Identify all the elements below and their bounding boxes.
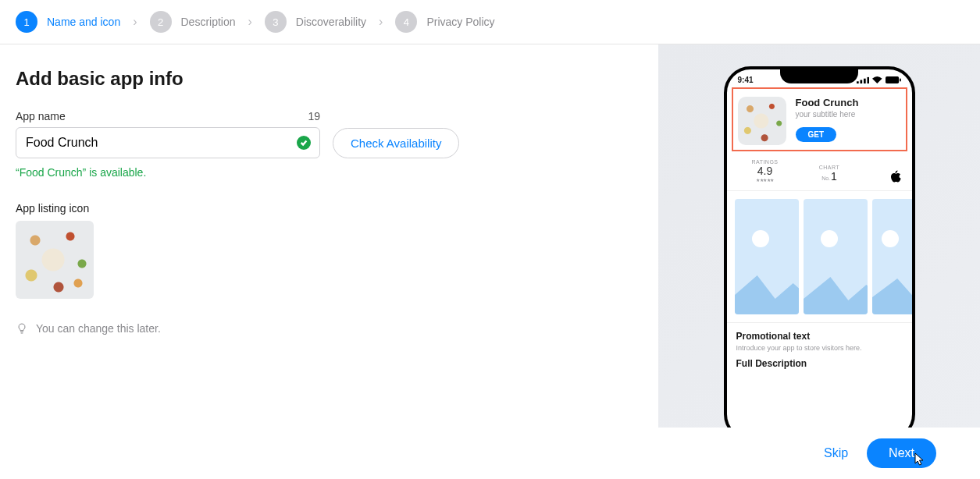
chevron-right-icon: › bbox=[379, 15, 383, 29]
step-label: Description bbox=[181, 16, 236, 28]
step-number: 1 bbox=[16, 11, 37, 33]
chart-no-value: 1 bbox=[831, 170, 837, 183]
app-name-input[interactable] bbox=[16, 127, 320, 158]
step-number: 4 bbox=[395, 11, 417, 33]
app-name-label: App name bbox=[16, 110, 66, 122]
screenshot-placeholder bbox=[804, 199, 868, 314]
svg-rect-0 bbox=[857, 81, 859, 83]
step-3[interactable]: 3 Discoverability bbox=[265, 11, 366, 33]
hint: You can change this later. bbox=[16, 322, 643, 335]
listing-subtitle: your subtitle here bbox=[796, 110, 901, 119]
signal-icon bbox=[857, 76, 869, 83]
skip-button[interactable]: Skip bbox=[824, 446, 848, 460]
promo-text: Introduce your app to store visitors her… bbox=[736, 344, 903, 352]
svg-rect-2 bbox=[864, 79, 866, 83]
next-button[interactable]: Next bbox=[867, 438, 936, 468]
check-availability-button[interactable]: Check Availability bbox=[333, 128, 459, 158]
step-label: Discoverability bbox=[296, 16, 366, 28]
chevron-right-icon: › bbox=[248, 15, 252, 29]
stats-row: RATINGS 4.9 ★★★★★ CHART No. 1 bbox=[727, 151, 912, 191]
ratings-label: RATINGS bbox=[738, 159, 793, 165]
step-number: 2 bbox=[150, 11, 172, 33]
promo-title: Promotional text bbox=[736, 331, 903, 342]
listing-icon bbox=[738, 97, 786, 145]
lightbulb-icon bbox=[16, 322, 28, 335]
screenshot-gallery bbox=[727, 191, 912, 323]
status-time: 9:41 bbox=[738, 76, 754, 84]
wizard-steps: 1 Name and icon › 2 Description › 3 Disc… bbox=[0, 0, 980, 44]
svg-rect-1 bbox=[860, 80, 862, 83]
listing-title: Food Crunch bbox=[796, 97, 901, 108]
check-circle-icon bbox=[297, 136, 311, 150]
char-remaining: 19 bbox=[308, 110, 320, 122]
apple-icon bbox=[890, 170, 901, 183]
app-icon-label: App listing icon bbox=[16, 202, 643, 215]
svg-rect-3 bbox=[867, 77, 869, 83]
get-button[interactable]: GET bbox=[796, 127, 837, 142]
app-listing-highlight: Food Crunch your subtitle here GET bbox=[732, 87, 907, 151]
footer-actions: Skip Next bbox=[0, 428, 980, 479]
svg-rect-5 bbox=[900, 79, 901, 82]
app-icon-preview[interactable] bbox=[16, 221, 94, 299]
screenshot-placeholder bbox=[735, 199, 799, 314]
chart-no-label: No. bbox=[821, 176, 830, 181]
full-description-label: Full Description bbox=[727, 353, 912, 374]
step-label: Privacy Policy bbox=[426, 16, 494, 28]
hint-text: You can change this later. bbox=[36, 322, 161, 335]
phone-preview: 9:41 Food Crunch your subtitle here GET bbox=[724, 66, 915, 441]
screenshot-placeholder bbox=[872, 199, 915, 314]
step-2[interactable]: 2 Description bbox=[150, 11, 236, 33]
chevron-right-icon: › bbox=[133, 15, 137, 29]
step-4[interactable]: 4 Privacy Policy bbox=[395, 11, 494, 33]
svg-rect-4 bbox=[886, 76, 899, 83]
battery-icon bbox=[886, 76, 901, 83]
availability-status: “Food Crunch” is available. bbox=[16, 166, 643, 179]
page-title: Add basic app info bbox=[16, 68, 643, 90]
step-number: 3 bbox=[265, 11, 287, 33]
wifi-icon bbox=[872, 76, 882, 83]
step-1[interactable]: 1 Name and icon bbox=[16, 11, 120, 33]
chart-label: CHART bbox=[769, 165, 890, 170]
step-label: Name and icon bbox=[47, 16, 120, 28]
preview-panel: 9:41 Food Crunch your subtitle here GET bbox=[658, 44, 980, 432]
